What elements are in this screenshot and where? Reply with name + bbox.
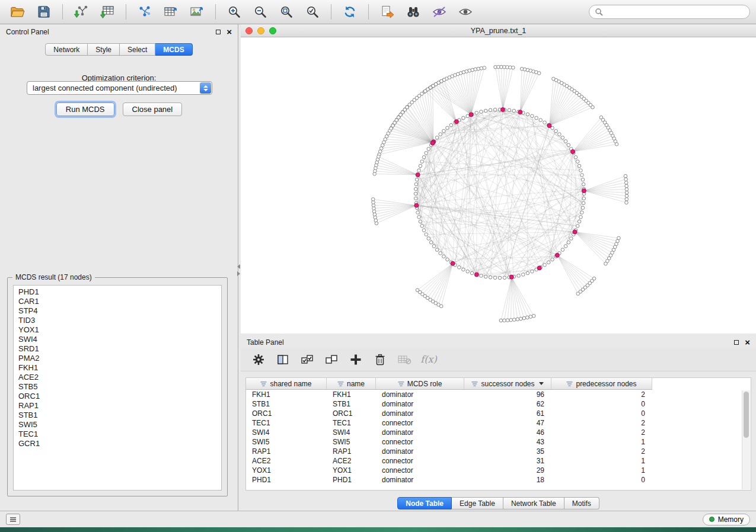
tab-style[interactable]: Style [88, 43, 120, 56]
close-panel-icon[interactable]: × [227, 29, 232, 35]
column-header-predecessor-nodes[interactable]: predecessor nodes [551, 378, 652, 389]
float-panel-icon[interactable] [216, 30, 221, 34]
network-canvas[interactable] [241, 37, 756, 333]
table-settings-button[interactable] [249, 351, 268, 368]
table-cell-succ[interactable]: 96 [464, 390, 551, 399]
table-cell-role[interactable]: dominator [376, 428, 464, 437]
table-cell-succ[interactable]: 35 [464, 447, 551, 456]
tab-motifs[interactable]: Motifs [564, 497, 599, 509]
table-cell-role[interactable]: dominator [376, 400, 464, 408]
table-cell-pred[interactable]: 0 [551, 409, 652, 418]
table-cell-pred[interactable]: 2 [551, 390, 652, 399]
mcds-result-item[interactable]: ORC1 [14, 392, 221, 401]
column-header-mcds-role[interactable]: MCDS role [376, 378, 464, 389]
table-cell-shared[interactable]: RAP1 [246, 447, 327, 456]
table-row[interactable]: TEC1TEC1connector472 [246, 418, 751, 428]
zoom-in-button[interactable] [222, 2, 246, 22]
find-button[interactable] [401, 2, 425, 22]
table-cell-shared[interactable]: PHD1 [246, 476, 327, 484]
apply-layout-button[interactable] [338, 2, 362, 22]
table-cell-pred[interactable]: 0 [551, 400, 652, 408]
table-cell-role[interactable]: dominator [376, 390, 464, 399]
close-table-panel-icon[interactable]: × [745, 339, 750, 345]
table-cell-pred[interactable]: 0 [551, 476, 652, 484]
zoom-selected-button[interactable] [301, 2, 324, 22]
table-row[interactable]: PHD1PHD1dominator180 [246, 475, 751, 485]
hide-style-button[interactable] [428, 2, 451, 22]
column-header-name[interactable]: name [327, 378, 376, 389]
tab-network[interactable]: Network [45, 43, 88, 56]
table-cell-succ[interactable]: 62 [464, 400, 551, 408]
table-cell-pred[interactable]: 2 [551, 419, 652, 427]
table-cell-name[interactable]: FKH1 [327, 390, 376, 399]
table-scrollbar[interactable] [742, 390, 750, 489]
table-row[interactable]: STB1STB1dominator620 [246, 399, 751, 409]
save-session-button[interactable] [32, 2, 56, 22]
mcds-result-item[interactable]: RAP1 [14, 401, 221, 411]
import-table-button[interactable] [95, 2, 119, 22]
tab-select[interactable]: Select [120, 43, 155, 56]
new-network-button[interactable] [133, 2, 157, 22]
float-table-panel-icon[interactable] [734, 340, 739, 345]
table-cell-name[interactable]: TEC1 [327, 419, 376, 427]
show-columns-button[interactable] [273, 351, 292, 368]
mcds-result-item[interactable]: CAR1 [14, 297, 221, 306]
table-cell-shared[interactable]: ACE2 [246, 457, 327, 465]
table-cell-succ[interactable]: 18 [464, 476, 551, 484]
mcds-result-item[interactable]: STP4 [14, 306, 221, 316]
mcds-result-item[interactable]: ACE2 [14, 373, 221, 382]
table-cell-pred[interactable]: 1 [551, 466, 652, 475]
table-cell-shared[interactable]: STB1 [246, 400, 327, 408]
export-image-button[interactable] [185, 2, 209, 22]
table-cell-succ[interactable]: 31 [464, 457, 551, 465]
table-cell-role[interactable]: dominator [376, 447, 464, 456]
table-cell-name[interactable]: ORC1 [327, 409, 376, 418]
table-cell-name[interactable]: SWI5 [327, 438, 376, 446]
table-row[interactable]: ORC1ORC1dominator610 [246, 409, 751, 418]
run-mcds-button[interactable]: Run MCDS [56, 102, 114, 116]
panel-splitter[interactable] [236, 264, 241, 280]
table-cell-role[interactable]: connector [376, 466, 464, 475]
table-cell-shared[interactable]: TEC1 [246, 419, 327, 427]
mcds-result-item[interactable]: YOX1 [14, 325, 221, 335]
mcds-result-item[interactable]: SWI4 [14, 335, 221, 344]
mcds-result-item[interactable]: FKH1 [14, 363, 221, 373]
mcds-result-item[interactable]: SWI5 [14, 420, 221, 430]
table-cell-succ[interactable]: 29 [464, 466, 551, 475]
table-row[interactable]: FKH1FKH1dominator962 [246, 390, 751, 399]
table-cell-pred[interactable]: 1 [551, 438, 652, 446]
table-cell-succ[interactable]: 61 [464, 409, 551, 418]
table-cell-pred[interactable]: 1 [551, 457, 652, 465]
table-cell-succ[interactable]: 46 [464, 428, 551, 437]
table-cell-name[interactable]: RAP1 [327, 447, 376, 456]
import-network-button[interactable] [69, 2, 93, 22]
show-hide-button[interactable] [454, 2, 477, 22]
collapse-left-icon[interactable] [237, 264, 240, 269]
collapse-right-icon[interactable] [237, 271, 240, 276]
table-cell-name[interactable]: SWI4 [327, 428, 376, 437]
table-row[interactable]: ACE2ACE2connector311 [246, 456, 751, 466]
select-all-button[interactable] [298, 351, 317, 368]
table-cell-role[interactable]: dominator [376, 409, 464, 418]
delete-column-button[interactable] [371, 351, 390, 368]
table-cell-shared[interactable]: ORC1 [246, 409, 327, 418]
table-cell-name[interactable]: ACE2 [327, 457, 376, 465]
status-menu-button[interactable] [6, 514, 20, 525]
mcds-result-item[interactable]: STB5 [14, 382, 221, 392]
tab-node-table[interactable]: Node Table [397, 497, 452, 509]
table-row[interactable]: SWI5SWI5connector431 [246, 437, 751, 447]
scrollbar-thumb[interactable] [744, 392, 749, 438]
mcds-result-item[interactable]: PMA2 [14, 354, 221, 363]
mcds-result-item[interactable]: PHD1 [14, 287, 221, 297]
network-window-titlebar[interactable]: YPA_prune.txt_1 [241, 24, 756, 37]
close-panel-button[interactable]: Close panel [123, 102, 183, 116]
column-header-successor-nodes[interactable]: successor nodes [464, 378, 551, 389]
mcds-result-item[interactable]: GCR1 [14, 439, 221, 448]
table-row[interactable]: YOX1YOX1connector291 [246, 466, 751, 475]
table-cell-succ[interactable]: 43 [464, 438, 551, 446]
table-cell-shared[interactable]: YOX1 [246, 466, 327, 475]
mcds-result-item[interactable]: SRD1 [14, 344, 221, 354]
table-cell-role[interactable]: dominator [376, 476, 464, 484]
table-cell-role[interactable]: connector [376, 419, 464, 427]
table-cell-role[interactable]: connector [376, 438, 464, 446]
